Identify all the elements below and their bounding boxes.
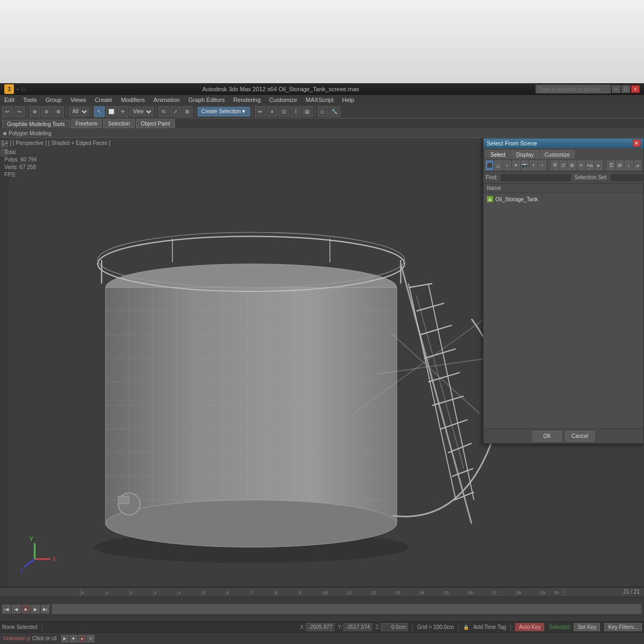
dialog-list[interactable]: ▲ Oil_Storage_Tank xyxy=(484,193,643,428)
mini-play-button[interactable]: ▶ xyxy=(61,635,69,642)
dialog-footer: OK Cancel xyxy=(484,428,643,443)
menu-views[interactable]: Views xyxy=(68,96,88,104)
svg-text:15: 15 xyxy=(444,590,449,595)
rotate-button[interactable]: ↻ xyxy=(158,106,169,117)
mirror-button[interactable]: ⇔ xyxy=(255,106,266,117)
graphite-tab-object-paint[interactable]: Object Paint xyxy=(136,119,174,128)
dialog-tool-spacewarps[interactable]: ~ xyxy=(538,160,546,170)
auto-key-button[interactable]: Auto Key xyxy=(515,623,545,631)
undo-button[interactable]: ↩ xyxy=(2,106,13,117)
dialog-tool-helpers[interactable]: + xyxy=(530,160,537,170)
minimize-button[interactable]: ─ xyxy=(612,85,620,93)
menu-animation[interactable]: Animation xyxy=(151,96,182,104)
graphite-tab-selection[interactable]: Selection xyxy=(103,119,135,128)
dialog-tab-display[interactable]: Display xyxy=(511,150,539,159)
top-decorative-area xyxy=(0,0,644,83)
view-dropdown[interactable]: View xyxy=(129,107,153,116)
graphite-tab-freeform[interactable]: Freeform xyxy=(71,119,103,128)
menu-maxscript[interactable]: MAXScript xyxy=(304,96,336,104)
svg-text:X: X xyxy=(52,555,56,562)
dialog-tool-none[interactable]: ∅ xyxy=(560,160,567,170)
dialog-tool-filter[interactable]: ⊿ xyxy=(634,160,641,170)
dialog-tool-cameras[interactable]: 📷 xyxy=(521,160,529,170)
key-filters-button[interactable]: Key Filters... xyxy=(604,623,642,631)
menu-create[interactable]: Create xyxy=(92,96,114,104)
dialog-tool-all[interactable]: ⊞ xyxy=(568,160,576,170)
align-button[interactable]: ≡ xyxy=(267,106,277,117)
dialog-title: Select From Scene xyxy=(487,140,537,147)
dialog-tool-case[interactable]: Aa xyxy=(586,160,594,170)
prev-frame-button[interactable]: |◀ xyxy=(2,605,11,613)
stats-polys: Polys: 60 794 xyxy=(4,156,37,164)
search-input[interactable] xyxy=(536,85,611,93)
graphite-tab-modeling[interactable]: Graphite Modeling Tools xyxy=(2,120,70,128)
render-setup-button[interactable]: 🔧 xyxy=(330,106,340,117)
cancel-button[interactable]: Cancel xyxy=(565,431,595,442)
bind-button[interactable]: ⊗ xyxy=(53,106,64,117)
next-frame-button[interactable]: ▶| xyxy=(41,605,49,613)
menu-graph-editors[interactable]: Graph Editors xyxy=(186,96,227,104)
add-time-tag[interactable]: Add Time Tag xyxy=(473,624,506,630)
dialog-tool-sort[interactable]: ↕ xyxy=(625,160,632,170)
dialog-tool-sel-set[interactable]: ≡ xyxy=(577,160,585,170)
menu-group[interactable]: Group xyxy=(43,96,64,104)
dialog-tool-expand[interactable]: ▸ xyxy=(595,160,602,170)
menu-help[interactable]: Help xyxy=(340,96,357,104)
select-region-button[interactable]: ⬜ xyxy=(106,106,116,117)
link-button[interactable]: ⊕ xyxy=(30,106,40,117)
dialog-tab-customize[interactable]: Customize xyxy=(540,150,575,159)
snap-button[interactable]: ⊡ xyxy=(279,106,289,117)
svg-text:5: 5 xyxy=(202,590,205,595)
svg-text:18: 18 xyxy=(516,590,521,595)
dialog-close-button[interactable]: ✕ xyxy=(633,140,640,147)
dialog-tool-lights[interactable]: ☀ xyxy=(512,160,519,170)
dialog-tool-invert[interactable]: ⧉ xyxy=(551,160,558,170)
vp-icon-1[interactable]: + xyxy=(1,140,8,148)
close-button[interactable]: ✕ xyxy=(631,85,640,93)
dialog-tool-list-view[interactable]: ☰ xyxy=(607,160,614,170)
unlink-button[interactable]: ⊖ xyxy=(41,106,52,117)
mini-close-button[interactable]: ✕ xyxy=(87,635,94,642)
object-type-dropdown[interactable]: All xyxy=(69,107,89,116)
mini-rec-button[interactable]: ● xyxy=(78,635,86,642)
set-key-button[interactable]: Set Key xyxy=(574,623,600,631)
curve-editor-button[interactable]: ⌇ xyxy=(290,106,301,117)
menu-rendering[interactable]: Rendering xyxy=(231,96,263,104)
svg-text:13: 13 xyxy=(396,590,400,595)
dialog-tool-icon-view[interactable]: ⊞ xyxy=(616,160,624,170)
timeline-ticks: 0 1 2 3 4 5 6 7 8 xyxy=(32,588,612,596)
timeline-track[interactable] xyxy=(52,604,642,614)
move-button[interactable]: ✛ xyxy=(118,106,128,117)
stop-button[interactable]: ■ xyxy=(21,605,30,613)
dialog-col-header: Name xyxy=(484,184,643,193)
layer-button[interactable]: ▤ xyxy=(302,106,313,117)
scale-button[interactable]: ⤢ xyxy=(170,106,181,117)
find-input[interactable] xyxy=(500,173,572,182)
app-title: Autodesk 3ds Max 2012 x64 Oil_Storage_Ta… xyxy=(202,86,359,92)
menu-modifiers[interactable]: Modifiers xyxy=(119,96,147,104)
selection-status: None Selected xyxy=(2,624,38,630)
svg-rect-65 xyxy=(118,496,129,504)
list-item[interactable]: ▲ Oil_Storage_Tank xyxy=(485,194,642,204)
menu-customize[interactable]: Customize xyxy=(267,96,299,104)
ok-button[interactable]: OK xyxy=(532,431,562,442)
play-back-button[interactable]: ◀ xyxy=(12,605,20,613)
dialog-tool-geometry[interactable]: △ xyxy=(494,160,502,170)
select-move-button[interactable]: ⊞ xyxy=(182,106,193,117)
menu-edit[interactable]: Edit xyxy=(2,96,17,104)
mini-stop-button[interactable]: ■ xyxy=(70,635,77,642)
render-button[interactable]: ▷ xyxy=(318,106,328,117)
selection-set-input[interactable] xyxy=(610,173,644,182)
redo-button[interactable]: ↪ xyxy=(14,106,25,117)
menu-tools[interactable]: Tools xyxy=(21,96,39,104)
create-selection-button[interactable]: Create Selection▼ xyxy=(197,107,250,116)
maximize-button[interactable]: □ xyxy=(621,85,630,93)
dialog-tab-select[interactable]: Select xyxy=(486,150,510,159)
dialog-tool-all-objects[interactable]: ⬛ xyxy=(486,160,493,170)
dialog-tool-shapes[interactable]: ○ xyxy=(503,160,511,170)
svg-text:4: 4 xyxy=(178,590,181,595)
select-button[interactable]: ↖ xyxy=(94,106,105,117)
play-button[interactable]: ▶ xyxy=(31,605,40,613)
coord-area: X: -2605.977 Y: -3517.574 Z: 0.0cm xyxy=(300,623,408,631)
toolbar-sep-4 xyxy=(156,107,156,116)
